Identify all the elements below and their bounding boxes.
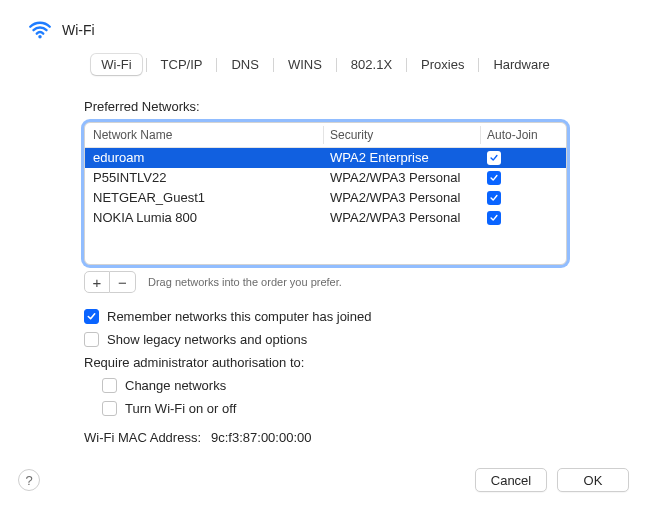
remember-networks-label: Remember networks this computer has join… — [107, 309, 371, 324]
table-row[interactable]: NOKIA Lumia 800WPA2/WPA3 Personal — [85, 208, 566, 228]
tab-bar: Wi-FiTCP/IPDNSWINS802.1XProxiesHardware — [0, 54, 651, 81]
tab-separator — [146, 58, 147, 72]
column-separator — [323, 126, 324, 144]
admin-auth-label-row: Require administrator authorisation to: — [84, 355, 567, 370]
network-name-cell: P55INTLV22 — [93, 169, 323, 187]
column-separator — [480, 126, 481, 144]
preferred-networks-label: Preferred Networks: — [84, 99, 567, 114]
auto-join-checkbox[interactable] — [487, 191, 501, 205]
remember-networks-option[interactable]: Remember networks this computer has join… — [84, 309, 567, 324]
network-security-cell: WPA2/WPA3 Personal — [330, 189, 480, 207]
tab-separator — [478, 58, 479, 72]
tab-separator — [336, 58, 337, 72]
tab-proxies[interactable]: Proxies — [411, 54, 474, 75]
add-network-button[interactable]: + — [84, 271, 110, 293]
tab-separator — [216, 58, 217, 72]
wifi-icon — [24, 14, 56, 46]
table-empty-space — [85, 228, 566, 264]
tab-separator — [406, 58, 407, 72]
wifi-advanced-window: Wi-Fi Wi-FiTCP/IPDNSWINS802.1XProxiesHar… — [0, 0, 651, 506]
cancel-button[interactable]: Cancel — [475, 468, 547, 492]
mac-address-label: Wi-Fi MAC Address: — [84, 430, 201, 445]
tab-tcpip[interactable]: TCP/IP — [151, 54, 213, 75]
options-list: Remember networks this computer has join… — [84, 309, 567, 416]
column-network-name[interactable]: Network Name — [93, 128, 323, 142]
network-name-cell: NETGEAR_Guest1 — [93, 189, 323, 207]
network-name-cell: NOKIA Lumia 800 — [93, 209, 323, 227]
table-row[interactable]: NETGEAR_Guest1WPA2/WPA3 Personal — [85, 188, 566, 208]
preferred-networks-table[interactable]: Network Name Security Auto-Join eduroamW… — [84, 122, 567, 265]
page-title: Wi-Fi — [62, 22, 95, 38]
footer-bar: ? Cancel OK — [0, 468, 651, 492]
mac-address-value: 9c:f3:87:00:00:00 — [211, 430, 311, 445]
window-header: Wi-Fi — [0, 0, 651, 54]
help-button[interactable]: ? — [18, 469, 40, 491]
change-networks-option[interactable]: Change networks — [84, 378, 567, 393]
tab-hardware[interactable]: Hardware — [483, 54, 559, 75]
network-security-cell: WPA2/WPA3 Personal — [330, 169, 480, 187]
tab-wins[interactable]: WINS — [278, 54, 332, 75]
table-row[interactable]: eduroamWPA2 Enterprise — [85, 148, 566, 168]
legacy-networks-option[interactable]: Show legacy networks and options — [84, 332, 567, 347]
network-name-cell: eduroam — [93, 149, 323, 167]
svg-point-0 — [38, 35, 41, 38]
tab-separator — [273, 58, 274, 72]
change-networks-checkbox[interactable] — [102, 378, 117, 393]
admin-auth-label: Require administrator authorisation to: — [84, 355, 304, 370]
ok-button[interactable]: OK — [557, 468, 629, 492]
add-remove-bar: + − Drag networks into the order you pre… — [84, 271, 567, 293]
legacy-networks-checkbox[interactable] — [84, 332, 99, 347]
wifi-toggle-option[interactable]: Turn Wi-Fi on or off — [84, 401, 567, 416]
table-row[interactable]: P55INTLV22WPA2/WPA3 Personal — [85, 168, 566, 188]
auto-join-checkbox[interactable] — [487, 171, 501, 185]
auto-join-checkbox[interactable] — [487, 151, 501, 165]
wifi-toggle-checkbox[interactable] — [102, 401, 117, 416]
table-header: Network Name Security Auto-Join — [85, 123, 566, 148]
remove-network-button[interactable]: − — [110, 271, 136, 293]
auto-join-checkbox[interactable] — [487, 211, 501, 225]
wifi-toggle-label: Turn Wi-Fi on or off — [125, 401, 236, 416]
column-auto-join[interactable]: Auto-Join — [487, 128, 558, 142]
network-security-cell: WPA2/WPA3 Personal — [330, 209, 480, 227]
auto-join-cell — [487, 211, 558, 225]
content-area: Preferred Networks: Network Name Securit… — [0, 81, 651, 445]
change-networks-label: Change networks — [125, 378, 226, 393]
column-security[interactable]: Security — [330, 128, 480, 142]
network-security-cell: WPA2 Enterprise — [330, 149, 480, 167]
auto-join-cell — [487, 171, 558, 185]
auto-join-cell — [487, 191, 558, 205]
tab-wifi[interactable]: Wi-Fi — [91, 54, 141, 75]
auto-join-cell — [487, 151, 558, 165]
tab-8021x[interactable]: 802.1X — [341, 54, 402, 75]
legacy-networks-label: Show legacy networks and options — [107, 332, 307, 347]
mac-address-row: Wi-Fi MAC Address: 9c:f3:87:00:00:00 — [84, 430, 567, 445]
drag-hint-label: Drag networks into the order you prefer. — [148, 276, 342, 288]
remember-networks-checkbox[interactable] — [84, 309, 99, 324]
tab-dns[interactable]: DNS — [221, 54, 268, 75]
